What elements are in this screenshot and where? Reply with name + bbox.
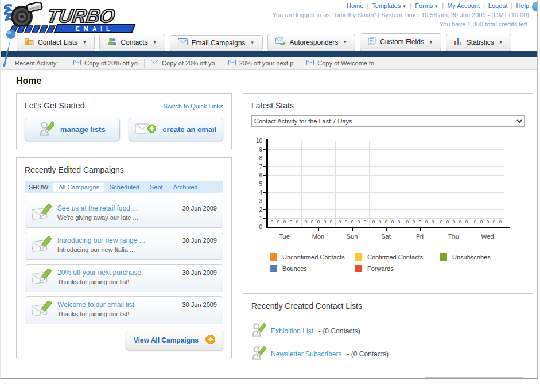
x-tick-label: Mon <box>301 233 335 240</box>
activity-link[interactable]: 20% off your next p <box>222 59 301 68</box>
tab-email-campaigns[interactable]: Email Campaigns▼ <box>170 35 263 51</box>
campaign-list-item: Welcome to our email listThanks for join… <box>25 296 223 324</box>
main-content: Home Let's Get Started Switch to Quick L… <box>1 70 537 379</box>
chevron-down-icon: ▼ <box>434 4 438 9</box>
x-tick-label: Sun <box>335 233 369 240</box>
tab-label: Email Campaigns <box>192 39 246 47</box>
activity-link[interactable]: Copy of Welcome to <box>300 59 380 68</box>
turbo-logo-graphic: EMAIL TURBO <box>4 2 136 33</box>
filter-sent[interactable]: Sent <box>145 183 168 192</box>
contact-list-items: Exhibition List - (0 Contacts)Newsletter… <box>251 323 525 362</box>
chevron-down-icon: ▼ <box>429 40 433 45</box>
stats-period-select[interactable]: Contact Activity for the Last 7 Days <box>251 115 525 127</box>
y-tick-label: 5 <box>251 181 262 187</box>
gridline-horizontal <box>267 184 504 184</box>
top-link-templates[interactable]: Templates <box>372 2 401 9</box>
contact-list-link[interactable]: Newsletter Subscribers <box>271 350 341 358</box>
activity-link[interactable]: Copy of 20% off yo <box>67 59 145 68</box>
gridline-vertical <box>369 141 370 227</box>
manage-lists-button[interactable]: manage lists <box>25 118 120 141</box>
small-envelope-icon <box>306 60 314 67</box>
switch-quick-links-link[interactable]: Switch to Quick Links <box>163 103 223 110</box>
logo-title: TURBO <box>45 5 116 26</box>
y-tick <box>263 227 266 227</box>
top-link-home[interactable]: Home <box>347 2 363 9</box>
pages-icon <box>368 37 376 47</box>
legend-label: Unsubscribes <box>452 254 491 261</box>
gridline-vertical <box>403 141 403 227</box>
bar-value-label: 0 <box>356 219 362 224</box>
create-email-label: create an email <box>162 125 216 134</box>
login-info: You are logged in as "Timothy Smith" | S… <box>273 11 529 18</box>
x-tick <box>386 228 387 231</box>
campaign-title-link[interactable]: Welcome to our email list <box>57 301 176 309</box>
envelope-icon <box>178 38 188 47</box>
x-axis <box>266 227 510 228</box>
show-label: SHOW: <box>29 184 50 191</box>
person-pencil-icon <box>39 121 54 138</box>
contact-list-item: Newsletter Subscribers - (0 Contacts) <box>251 346 525 362</box>
filter-archived[interactable]: Archived <box>168 183 203 192</box>
activity-link-label: Copy of Welcome to <box>317 60 374 67</box>
bar-value-label: 0 <box>371 219 376 224</box>
x-tick-label: Thu <box>437 233 471 240</box>
top-link-my-account[interactable]: My Account <box>447 2 480 9</box>
chevron-down-icon: ▼ <box>82 40 87 45</box>
gridline-vertical <box>335 141 336 227</box>
legend-swatch <box>270 253 277 261</box>
campaign-subtitle: Thanks for joining our list! <box>57 278 176 285</box>
bar-value-label: 0 <box>390 219 395 224</box>
y-tick <box>263 141 266 141</box>
bar-value-label: 0 <box>383 219 389 224</box>
activity-link-label: Copy of 20% off yo <box>162 60 215 67</box>
legend-swatch <box>355 265 362 272</box>
page-title: Home <box>16 76 520 86</box>
bar-value-label: 0 <box>322 219 328 224</box>
filter-all-campaigns[interactable]: All Campaigns <box>53 183 104 192</box>
x-tick-label: Tue <box>267 233 301 240</box>
x-tick <box>285 228 285 231</box>
tab-label: Custom Fields <box>380 38 424 46</box>
campaign-date: 30 Jun 2009 <box>182 236 217 244</box>
small-envelope-icon <box>151 60 158 67</box>
y-axis <box>266 139 268 228</box>
activity-link[interactable]: Copy of 20% off yo <box>145 59 222 68</box>
gridline-vertical <box>437 141 437 227</box>
x-tick <box>454 228 454 231</box>
campaign-title-link[interactable]: Introducing our new range ... <box>57 236 176 244</box>
create-email-button[interactable]: create an email <box>129 118 224 141</box>
top-link-logout[interactable]: Logout <box>488 2 508 9</box>
envelope-pencil-icon <box>31 269 52 287</box>
x-tick-label: Fri <box>403 233 437 240</box>
legend-item-unsubscribes: Unsubscribes <box>440 253 525 261</box>
tab-statistics[interactable]: Statistics▼ <box>446 34 511 51</box>
tab-autoresponders[interactable]: Autoresponders▼ <box>267 34 356 51</box>
bar-value-label: 0 <box>294 219 300 224</box>
tab-contact-lists[interactable]: Contact Lists▼ <box>17 34 95 51</box>
campaign-list-item: Introducing our new range ...Introducing… <box>25 232 223 260</box>
bar-value-label: 0 <box>288 219 294 224</box>
bar-value-label: 0 <box>396 219 402 224</box>
see-all-contact-lists-button[interactable]: See All Contact Lists <box>424 377 525 379</box>
person-pencil-icon <box>251 323 266 339</box>
campaign-texts: 20% off your next purchaseThanks for joi… <box>57 269 176 285</box>
bar-value-label: 0 <box>438 219 444 224</box>
manage-lists-label: manage lists <box>60 125 106 134</box>
get-started-panel: Let's Get Started Switch to Quick Links <box>16 93 232 149</box>
tab-custom-fields[interactable]: Custom Fields▼ <box>360 33 441 51</box>
contact-list-link[interactable]: Exhibition List <box>271 327 313 335</box>
view-all-campaigns-button[interactable]: View All Campaigns <box>126 331 223 350</box>
help-bubble-icon[interactable] <box>532 2 538 11</box>
tab-contacts[interactable]: Contacts▼ <box>99 34 165 51</box>
top-nav: Home|Templates▼|Forms▼|My Account|Logout… <box>273 2 529 9</box>
gridline-horizontal <box>267 175 504 176</box>
campaign-title-link[interactable]: See us at the retail food ... <box>57 204 176 212</box>
campaign-title-link[interactable]: 20% off your next purchase <box>57 269 176 277</box>
campaign-texts: See us at the retail food ...We're givin… <box>57 204 176 221</box>
filter-scheduled[interactable]: Scheduled <box>104 183 145 192</box>
top-link-help[interactable]: Help <box>516 2 529 9</box>
top-link-forms[interactable]: Forms <box>415 2 433 9</box>
bar-value-label: 0 <box>269 219 275 224</box>
credits-info: You have 1,000 total credits left. <box>273 21 529 28</box>
x-tick <box>318 228 319 231</box>
